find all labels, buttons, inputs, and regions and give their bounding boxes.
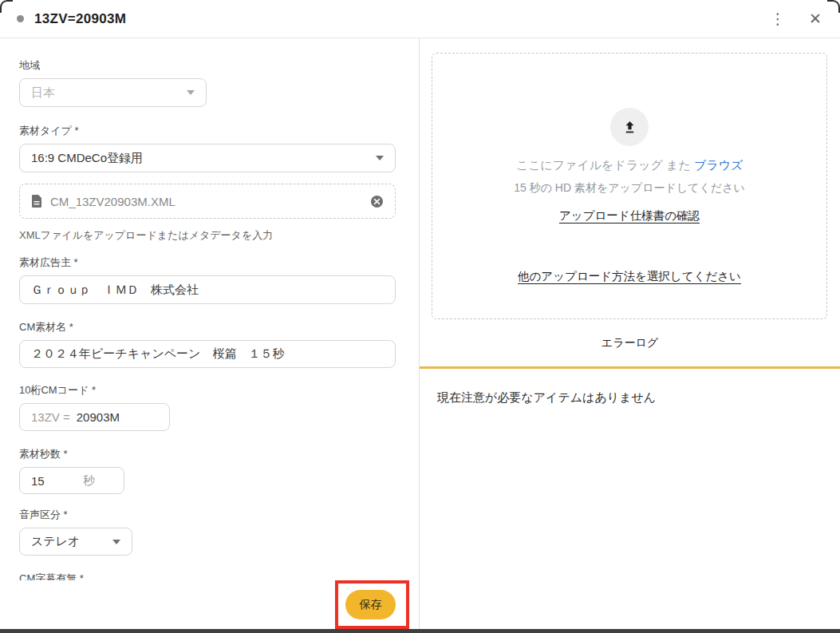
drag-instruction: ここにファイルをドラッグ また ブラウズ — [516, 158, 743, 173]
metadata-form-panel: 地域 日本 素材タイプ * 16:9 CMDeCo登録用 CM_13ZV2090… — [0, 38, 420, 633]
audio-type-select[interactable]: ステレオ — [19, 528, 132, 556]
drag-text: ここにファイルをドラッグ また — [516, 158, 694, 172]
kebab-menu-icon[interactable]: ⋮ — [768, 10, 787, 29]
cm-code-label: 10桁CMコード * — [19, 384, 396, 396]
file-dropzone[interactable]: ここにファイルをドラッグ また ブラウズ 15 秒の HD 素材をアップロードし… — [432, 53, 827, 319]
other-upload-methods-link[interactable]: 他のアップロード方法を選択してください — [518, 269, 741, 284]
region-value: 日本 — [31, 85, 187, 101]
material-type-label: 素材タイプ * — [19, 125, 396, 136]
cm-name-value: ２０２４年ピーチキャンペーン 桜篇 １５秒 — [31, 346, 384, 362]
audio-type-value: ステレオ — [31, 534, 112, 549]
xml-file-name: CM_13ZV20903M.XML — [50, 195, 175, 208]
cm-code-value: 20903M — [77, 410, 120, 424]
upload-hint: 15 秒の HD 素材をアップロードしてください — [514, 181, 745, 196]
close-icon[interactable]: ✕ — [805, 9, 826, 30]
xml-file-chip[interactable]: CM_13ZV20903M.XML — [19, 184, 396, 219]
material-type-select[interactable]: 16:9 CMDeCo登録用 — [19, 144, 396, 172]
cm-code-input[interactable]: 13ZV = 20903M — [19, 403, 170, 431]
browse-link[interactable]: ブラウズ — [694, 158, 743, 172]
status-dot-icon — [17, 15, 24, 22]
chevron-down-icon — [187, 90, 195, 95]
tab-error-log[interactable]: エラーログ — [601, 336, 658, 350]
window-bottom-edge — [0, 629, 840, 633]
form-footer: 保存 — [0, 580, 419, 633]
material-type-value: 16:9 CMDeCo登録用 — [31, 151, 376, 166]
advertiser-label: 素材広告主 * — [19, 256, 396, 268]
upload-panel: ここにファイルをドラッグ また ブラウズ 15 秒の HD 素材をアップロードし… — [420, 38, 840, 633]
duration-input[interactable]: 15 秒 — [19, 467, 124, 494]
error-log-tabbar: エラーログ — [420, 319, 840, 369]
chevron-down-icon — [112, 540, 120, 544]
region-label: 地域 — [19, 59, 396, 71]
clear-file-icon[interactable] — [370, 195, 384, 208]
chevron-down-icon — [376, 156, 384, 160]
form-scroll-area: 地域 日本 素材タイプ * 16:9 CMDeCo登録用 CM_13ZV2090… — [0, 38, 419, 580]
advertiser-value: Ｇｒｏｕｐ ＩＭＤ 株式会社 — [31, 283, 384, 298]
subtitle-label: CM字幕有無 * — [19, 572, 396, 580]
file-icon — [31, 195, 42, 208]
duration-label: 素材秒数 * — [19, 448, 396, 460]
duration-unit: 秒 — [83, 473, 95, 489]
advertiser-input[interactable]: Ｇｒｏｕｐ ＩＭＤ 株式会社 — [19, 275, 396, 304]
region-select: 日本 — [19, 78, 207, 107]
upload-spec-link[interactable]: アップロード仕様書の確認 — [559, 208, 700, 224]
cm-code-prefix: 13ZV = — [31, 410, 70, 424]
duration-value: 15 — [31, 474, 45, 488]
upload-icon — [610, 108, 649, 146]
dialog-window: 13ZV=20903M ⋮ ✕ 地域 日本 素材タイプ * 16:9 CMDeC… — [0, 0, 840, 633]
save-button[interactable]: 保存 — [345, 590, 396, 619]
dialog-header: 13ZV=20903M ⋮ ✕ — [0, 0, 840, 38]
cm-name-label: CM素材名 * — [19, 321, 396, 333]
dialog-title: 13ZV=20903M — [34, 11, 126, 27]
xml-helper-text: XMLファイルをアップロードまたはメタデータを入力 — [19, 228, 396, 243]
error-log-empty-message: 現在注意が必要なアイテムはありません — [420, 369, 840, 406]
audio-type-label: 音声区分 * — [19, 508, 396, 520]
cm-name-input[interactable]: ２０２４年ピーチキャンペーン 桜篇 １５秒 — [19, 340, 396, 368]
